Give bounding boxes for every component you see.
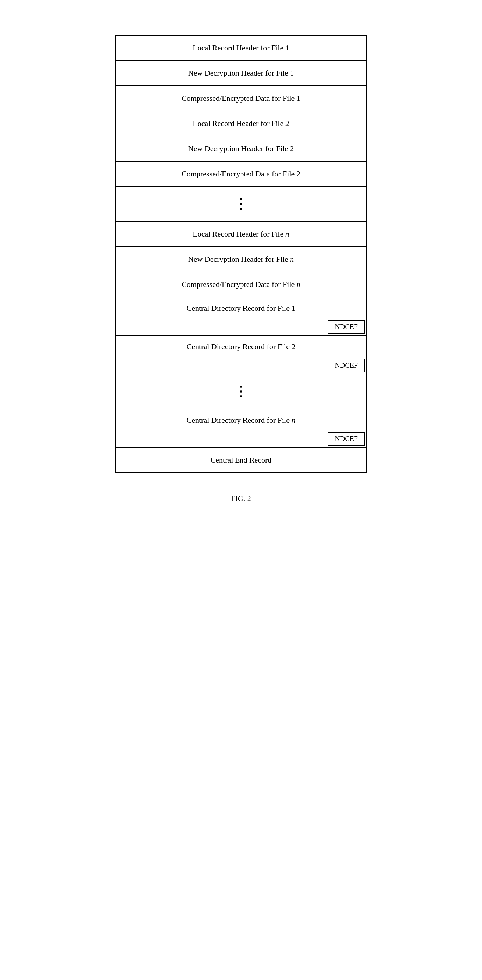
central-dir-file1-row: Central Directory Record for File 1 NDCE… bbox=[116, 298, 366, 336]
compressed-filen-row: Compressed/Encrypted Data for File n bbox=[116, 272, 366, 298]
dots-row-2 bbox=[116, 374, 366, 409]
local-header-file1-label: Local Record Header for File 1 bbox=[193, 43, 289, 52]
new-decrypt-filen-label: New Decryption Header for File n bbox=[188, 255, 294, 264]
new-decrypt-file1-label: New Decryption Header for File 1 bbox=[188, 68, 294, 78]
central-dir-file1-label: Central Directory Record for File 1 bbox=[121, 304, 361, 313]
new-decrypt-filen-row: New Decryption Header for File n bbox=[116, 247, 366, 272]
central-dir-file2-label: Central Directory Record for File 2 bbox=[121, 342, 361, 351]
dot bbox=[240, 198, 242, 200]
local-header-file2-label: Local Record Header for File 2 bbox=[193, 119, 289, 128]
compressed-file2-row: Compressed/Encrypted Data for File 2 bbox=[116, 162, 366, 187]
compressed-filen-label: Compressed/Encrypted Data for File n bbox=[181, 280, 301, 289]
figure-caption: FIG. 2 bbox=[231, 494, 251, 503]
dot bbox=[240, 395, 242, 398]
new-decrypt-file2-label: New Decryption Header for File 2 bbox=[188, 144, 294, 153]
dot bbox=[240, 208, 242, 210]
central-end-row: Central End Record bbox=[116, 448, 366, 473]
ndcef-badge-n: NDCEF bbox=[328, 432, 365, 446]
local-header-file1-row: Local Record Header for File 1 bbox=[116, 36, 366, 61]
dots-col-2 bbox=[240, 385, 242, 398]
figure-caption-text: FIG. 2 bbox=[231, 494, 251, 503]
new-decrypt-file1-row: New Decryption Header for File 1 bbox=[116, 61, 366, 86]
dot bbox=[240, 390, 242, 393]
dot bbox=[240, 203, 242, 205]
dots-col-1 bbox=[240, 198, 242, 210]
compressed-file1-row: Compressed/Encrypted Data for File 1 bbox=[116, 86, 366, 111]
compressed-file2-label: Compressed/Encrypted Data for File 2 bbox=[181, 169, 301, 178]
local-header-filen-label: Local Record Header for File n bbox=[193, 229, 289, 239]
ndcef-badge-2: NDCEF bbox=[328, 359, 365, 372]
central-dir-file2-row: Central Directory Record for File 2 NDCE… bbox=[116, 336, 366, 374]
ndcef-badge-1: NDCEF bbox=[328, 320, 365, 334]
compressed-file1-label: Compressed/Encrypted Data for File 1 bbox=[181, 94, 301, 103]
new-decrypt-file2-row: New Decryption Header for File 2 bbox=[116, 137, 366, 162]
dots-row-1 bbox=[116, 187, 366, 222]
local-header-filen-row: Local Record Header for File n bbox=[116, 222, 366, 247]
central-dir-filen-label: Central Directory Record for File n bbox=[121, 416, 361, 425]
dot bbox=[240, 385, 242, 388]
diagram: Local Record Header for File 1 New Decry… bbox=[115, 35, 367, 473]
central-end-label: Central End Record bbox=[211, 455, 272, 465]
central-dir-filen-row: Central Directory Record for File n NDCE… bbox=[116, 409, 366, 448]
local-header-file2-row: Local Record Header for File 2 bbox=[116, 111, 366, 137]
